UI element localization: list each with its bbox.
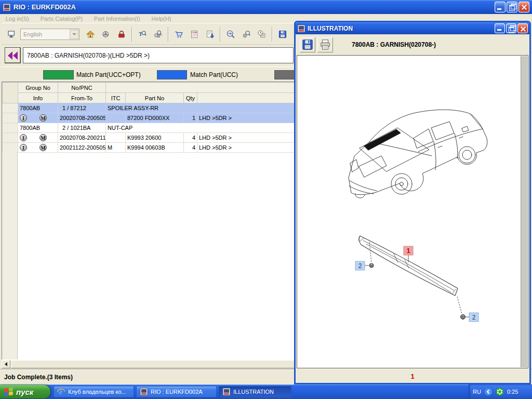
floppy-icon [302, 39, 313, 50]
table-corner [3, 83, 18, 103]
vin-search-icon[interactable]: VIN [223, 26, 238, 42]
task-button-illustration[interactable]: ILLUSTRATION [219, 386, 291, 397]
svg-text:2: 2 [358, 262, 362, 270]
col-header-part-no: Part No [126, 93, 184, 103]
col-header-qty: Qty [184, 93, 197, 103]
cell-qty: 1 [184, 113, 197, 123]
cell-qty: 4 [184, 143, 197, 153]
app-icon [3, 3, 11, 11]
start-button[interactable]: пуск [0, 385, 50, 398]
cell-itc: M [106, 143, 126, 153]
illustration-drawing: 1 2 2 [297, 56, 522, 367]
svg-text:1: 1 [407, 247, 410, 255]
menu-item-help[interactable]: Help(H) [152, 16, 171, 22]
restore-button[interactable] [507, 2, 517, 12]
start-label: пуск [16, 388, 33, 396]
windows-logo-icon [4, 387, 14, 397]
illustration-header-text: 7800AB : GARNISH(020708-) [352, 41, 436, 48]
task-button-browser[interactable]: e Клуб владельцев ко... [54, 386, 134, 397]
part-lookup-icon[interactable] [238, 26, 254, 42]
illustration-window-title: ILLUSTRATION [308, 25, 353, 32]
save-document-icon[interactable] [202, 26, 218, 42]
task-button-label: Клуб владельцев ко... [68, 389, 126, 395]
lock-icon[interactable] [114, 26, 129, 42]
hide-icons-arrow-icon[interactable] [484, 388, 493, 396]
menu-item-part-information[interactable]: Part Information(I) [94, 16, 140, 22]
info-icon[interactable]: I [20, 114, 27, 122]
cell-part-no: K9993 20600 [126, 133, 184, 143]
callout-1[interactable]: 1 [404, 246, 413, 262]
task-button-label: RIO : EURKFD002A [151, 389, 203, 395]
minimize-button[interactable] [495, 2, 506, 12]
cell-from-to: 20020708-2005050 [58, 113, 106, 123]
keyboard-language-indicator[interactable]: RU [473, 389, 481, 395]
illustration-print-button[interactable] [317, 37, 333, 52]
cell-itc [106, 133, 126, 143]
taskbar: пуск e Клуб владельцев ко... RIO : EURKF… [0, 384, 532, 399]
info-icon[interactable]: I [20, 134, 27, 141]
memo-icon[interactable]: M [39, 134, 47, 141]
scroll-left-icon [5, 362, 7, 366]
clock[interactable]: 0:25 [507, 389, 518, 395]
task-button-rio[interactable]: RIO : EURKFD002A [136, 386, 217, 397]
col-header-itc: ITC [106, 93, 126, 103]
section-path-text: 7800AB : GARNISH(020708-)(LHD >5DR >) [27, 52, 150, 59]
memo-icon[interactable]: M [39, 144, 47, 151]
illustration-status-bar: 1 [296, 369, 529, 383]
svg-text:VIN: VIN [228, 32, 232, 35]
rio-app-icon [140, 388, 148, 396]
callout-2-right[interactable]: 2 [457, 297, 478, 322]
cell-part-no: K9994 00603B [126, 143, 184, 153]
toolbar-separator [220, 27, 221, 42]
scroll-left-button[interactable] [2, 360, 10, 368]
illustration-toolbar: 7800AB : GARNISH(020708-) [296, 34, 529, 55]
text-search-icon[interactable]: T [135, 26, 150, 42]
back-arrow-icon [8, 51, 12, 60]
illustration-maximize-button[interactable] [506, 23, 516, 33]
illustration-minimize-button[interactable] [495, 23, 505, 33]
svg-text:2: 2 [472, 314, 476, 321]
vehicle-search-icon[interactable] [98, 26, 114, 42]
language-select[interactable]: English [20, 29, 79, 40]
main-title-bar: RIO : EURKFD002A [0, 0, 532, 14]
cell-itc [106, 113, 126, 123]
toolbar-separator [131, 27, 132, 42]
svg-text:CODE: CODE [192, 32, 197, 34]
back-button[interactable] [5, 47, 21, 63]
car-line-art [349, 110, 487, 198]
back-arrow-icon [13, 51, 18, 60]
task-button-label: ILLUSTRATION [233, 389, 274, 395]
save-icon[interactable] [275, 26, 290, 42]
cell-qty: 4 [184, 133, 197, 143]
info-icon[interactable]: I [20, 144, 27, 151]
messenger-flower-tray-icon[interactable] [496, 388, 504, 396]
section-path-field[interactable]: 7800AB : GARNISH(020708-)(LHD >5DR >) [23, 47, 294, 63]
illustration-title-bar: ILLUSTRATION [296, 22, 529, 34]
code-document-icon[interactable]: CODE [187, 26, 202, 42]
illustration-save-button[interactable] [300, 37, 315, 52]
cell-group-no: 7800AB [18, 103, 58, 113]
illustration-scrollbar[interactable] [521, 56, 527, 367]
menu-item-login[interactable]: Log in(S) [6, 16, 29, 22]
cart-icon[interactable] [171, 26, 187, 42]
status-text: Job Complete.(3 Items) [4, 374, 73, 381]
home-icon[interactable] [83, 26, 98, 42]
legend-label: Match Part(UCC) [190, 71, 238, 78]
menu-item-parts-catalog[interactable]: Parts Catalog(P) [41, 16, 83, 22]
illustration-close-button[interactable] [517, 23, 528, 33]
illustration-window: ILLUSTRATION 7800AB : GARNISH(020708-) [294, 21, 531, 384]
memo-icon[interactable]: M [39, 114, 47, 122]
language-value: English [23, 31, 42, 37]
col-header-group-no: Group No [18, 83, 58, 93]
col-header-info: Info [18, 93, 58, 103]
legend-label: Match Part(UCC+OPT) [76, 71, 141, 78]
row-selector-column [2, 152, 18, 360]
page-number: 1 [410, 373, 414, 380]
chevron-down-icon[interactable] [70, 30, 78, 39]
close-button[interactable] [518, 2, 529, 12]
cell-group-no: 7800AB [18, 123, 58, 133]
history-clock-icon[interactable] [254, 26, 270, 42]
computer-icon[interactable] [4, 26, 19, 42]
parts-search-icon[interactable] [150, 26, 166, 42]
col-header-from-to: From-To [58, 93, 106, 103]
